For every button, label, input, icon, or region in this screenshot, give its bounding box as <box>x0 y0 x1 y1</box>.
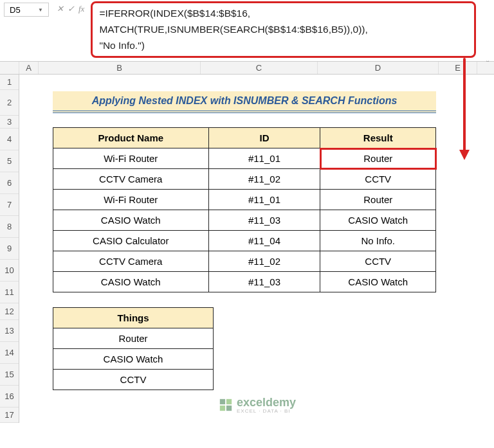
watermark: exceldemy EXCEL · DATA · BI <box>219 396 296 414</box>
cell-id[interactable]: #11_03 <box>208 210 320 231</box>
col-header-c[interactable]: C <box>201 62 318 74</box>
cell-result[interactable]: Router <box>320 190 436 210</box>
row-header[interactable]: 3 <box>0 116 19 129</box>
cell-result[interactable]: CASIO Watch <box>320 210 436 231</box>
cell-product[interactable]: Wi-Fi Router <box>53 148 209 169</box>
cells-area[interactable]: Applying Nested INDEX with ISNUMBER & SE… <box>19 75 494 423</box>
row-header[interactable]: 16 <box>0 386 19 408</box>
table-row[interactable]: CASIO Watch <box>53 349 214 370</box>
column-header-row: A B C D E <box>0 62 494 75</box>
row-header[interactable]: 5 <box>0 150 19 172</box>
formula-buttons: ✕ ✓ fx <box>53 0 88 18</box>
col-header-a[interactable]: A <box>19 62 39 74</box>
col-id[interactable]: ID <box>208 128 320 148</box>
table-row[interactable]: Wi-Fi Router#11_01Router <box>53 190 436 210</box>
spreadsheet-grid: A B C D E 1 2 3 4 5 6 7 8 9 10 11 12 13 … <box>0 62 494 423</box>
row-header[interactable]: 2 <box>0 90 19 116</box>
table-row[interactable]: CCTV Camera#11_02CCTV <box>53 169 436 190</box>
watermark-tagline: EXCEL · DATA · BI <box>237 408 296 414</box>
cell-result[interactable]: CCTV <box>320 169 436 190</box>
name-box[interactable]: D5 ▼ <box>4 3 49 17</box>
table-row[interactable]: CASIO Calculator#11_04No Info. <box>53 231 436 251</box>
row-header[interactable]: 1 <box>0 75 19 90</box>
formula-line-3: "No Info.") <box>99 38 468 54</box>
cell-result[interactable]: Router <box>320 148 436 169</box>
row-header[interactable]: 12 <box>0 303 19 320</box>
row-header[interactable]: 9 <box>0 238 19 260</box>
cell-product[interactable]: CASIO Watch <box>53 210 209 231</box>
row-header[interactable]: 6 <box>0 172 19 194</box>
row-header[interactable]: 7 <box>0 194 19 216</box>
cell-product[interactable]: CASIO Calculator <box>53 231 209 251</box>
main-data-table: Product Name ID Result Wi-Fi Router#11_0… <box>53 127 436 292</box>
watermark-brand: exceldemy <box>237 396 296 409</box>
row-header[interactable]: 17 <box>0 408 19 423</box>
annotation-arrow <box>463 58 466 151</box>
logo-icon <box>219 398 233 412</box>
svg-rect-3 <box>226 406 232 411</box>
formula-input[interactable]: =IFERROR(INDEX($B$14:$B$16, MATCH(TRUE,I… <box>91 1 476 58</box>
row-header[interactable]: 4 <box>0 129 19 150</box>
things-header[interactable]: Things <box>53 308 214 328</box>
cell-id[interactable]: #11_03 <box>208 272 320 292</box>
cell-result[interactable]: CCTV <box>320 251 436 272</box>
row-header[interactable]: 14 <box>0 342 19 364</box>
table-row[interactable]: Router <box>53 328 214 349</box>
cell-thing[interactable]: CASIO Watch <box>53 349 214 370</box>
col-header-e[interactable]: E <box>439 62 477 74</box>
cell-id[interactable]: #11_02 <box>208 169 320 190</box>
row-header[interactable]: 15 <box>0 364 19 386</box>
row-header[interactable]: 8 <box>0 216 19 238</box>
cell-id[interactable]: #11_01 <box>208 190 320 210</box>
formula-line-2: MATCH(TRUE,ISNUMBER(SEARCH($B$14:$B$16,B… <box>99 22 468 38</box>
formula-line-1: =IFERROR(INDEX($B$14:$B$16, <box>99 6 468 22</box>
chevron-down-icon[interactable]: ▼ <box>38 7 43 13</box>
row-header[interactable]: 11 <box>0 282 19 303</box>
svg-rect-2 <box>220 406 225 411</box>
cell-product[interactable]: CCTV Camera <box>53 169 209 190</box>
formula-bar-area: D5 ▼ ✕ ✓ fx =IFERROR(INDEX($B$14:$B$16, … <box>0 0 494 62</box>
col-header-b[interactable]: B <box>39 62 201 74</box>
name-box-value: D5 <box>10 5 21 15</box>
table-row[interactable]: CASIO Watch#11_03CASIO Watch <box>53 272 436 292</box>
col-header-d[interactable]: D <box>318 62 439 74</box>
table-row[interactable]: Wi-Fi Router#11_01Router <box>53 148 436 169</box>
svg-rect-0 <box>220 399 225 404</box>
row-header[interactable]: 13 <box>0 320 19 342</box>
table-row[interactable]: CCTV <box>53 370 214 390</box>
cell-thing[interactable]: CCTV <box>53 370 214 390</box>
cancel-icon[interactable]: ✕ <box>57 4 64 14</box>
cell-id[interactable]: #11_01 <box>208 148 320 169</box>
col-result[interactable]: Result <box>320 128 436 148</box>
cell-product[interactable]: CASIO Watch <box>53 272 209 292</box>
svg-rect-1 <box>226 399 232 404</box>
cell-id[interactable]: #11_02 <box>208 251 320 272</box>
col-product-name[interactable]: Product Name <box>53 128 209 148</box>
title-banner: Applying Nested INDEX with ISNUMBER & SE… <box>53 91 436 113</box>
cell-thing[interactable]: Router <box>53 328 214 349</box>
cell-result[interactable]: CASIO Watch <box>320 272 436 292</box>
cell-product[interactable]: Wi-Fi Router <box>53 190 209 210</box>
cell-result[interactable]: No Info. <box>320 231 436 251</box>
cell-product[interactable]: CCTV Camera <box>53 251 209 272</box>
row-header-column: 1 2 3 4 5 6 7 8 9 10 11 12 13 14 15 16 1… <box>0 75 19 423</box>
select-all-corner[interactable] <box>0 62 19 74</box>
cell-id[interactable]: #11_04 <box>208 231 320 251</box>
table-row[interactable]: CCTV Camera#11_02CCTV <box>53 251 436 272</box>
row-header[interactable]: 10 <box>0 260 19 282</box>
table-row[interactable]: CASIO Watch#11_03CASIO Watch <box>53 210 436 231</box>
confirm-icon[interactable]: ✓ <box>68 4 75 14</box>
things-table: Things RouterCASIO WatchCCTV <box>53 307 214 390</box>
fx-icon[interactable]: fx <box>78 4 84 14</box>
